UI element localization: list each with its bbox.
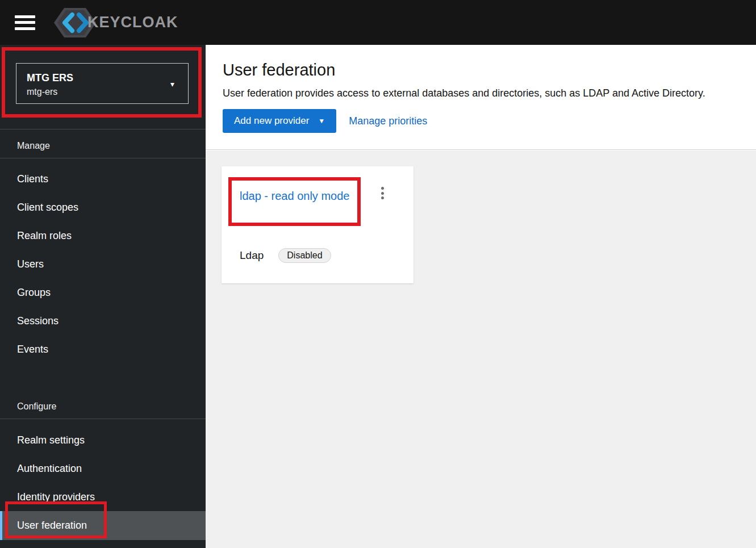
nav-header-configure: Configure [0,390,206,419]
manage-priorities-link[interactable]: Manage priorities [349,115,427,127]
header-actions: Add new provider ▼ Manage priorities [223,109,756,133]
chevron-down-icon: ▾ [170,80,174,89]
provider-card: ldap - read only mode Ldap Disabled [222,166,413,283]
sidebar-item-realm-settings[interactable]: Realm settings [0,426,206,454]
sidebar-item-groups[interactable]: Groups [0,278,206,307]
top-bar: KEYCLOAK [0,0,756,45]
realm-id: mtg-ers [27,85,188,99]
content-body: ldap - read only mode Ldap Disabled [206,150,756,548]
sidebar-item-users[interactable]: Users [0,250,206,278]
sidebar-item-authentication[interactable]: Authentication [0,454,206,483]
add-new-provider-label: Add new provider [234,115,309,127]
sidebar-item-user-federation[interactable]: User federation [0,511,206,540]
chevron-down-icon: ▼ [318,117,325,125]
status-badge: Disabled [278,248,331,263]
keycloak-logo: KEYCLOAK [53,6,178,39]
sidebar-item-sessions[interactable]: Sessions [0,307,206,335]
kebab-menu-icon[interactable] [378,186,387,200]
realm-selector-block: MTG ERS mtg-ers ▾ [0,45,206,129]
content-header: User federation User federation provides… [206,45,756,150]
nav-list-configure: Realm settings Authentication Identity p… [0,419,206,540]
nav-header-manage: Manage [0,129,206,158]
sidebar-item-realm-roles[interactable]: Realm roles [0,221,206,250]
add-new-provider-button[interactable]: Add new provider ▼ [223,109,336,133]
realm-name: MTG ERS [27,70,188,85]
brand-wordmark: KEYCLOAK [87,14,178,31]
sidebar: MTG ERS mtg-ers ▾ Manage Clients Client … [0,45,206,548]
sidebar-item-identity-providers[interactable]: Identity providers [0,483,206,511]
nav-list-manage: Clients Client scopes Realm roles Users … [0,158,206,363]
provider-card-title-link[interactable]: ldap - read only mode [240,187,365,204]
sidebar-item-clients[interactable]: Clients [0,165,206,193]
realm-selector[interactable]: MTG ERS mtg-ers ▾ [16,63,189,104]
page-description: User federation provides access to exter… [223,87,756,99]
provider-type-label: Ldap [240,249,264,262]
sidebar-item-events[interactable]: Events [0,335,206,363]
provider-card-footer: Ldap Disabled [240,248,331,263]
hamburger-menu-icon[interactable] [15,15,35,30]
page-title: User federation [223,61,756,80]
sidebar-item-client-scopes[interactable]: Client scopes [0,193,206,221]
nav-section-gap [0,363,206,390]
